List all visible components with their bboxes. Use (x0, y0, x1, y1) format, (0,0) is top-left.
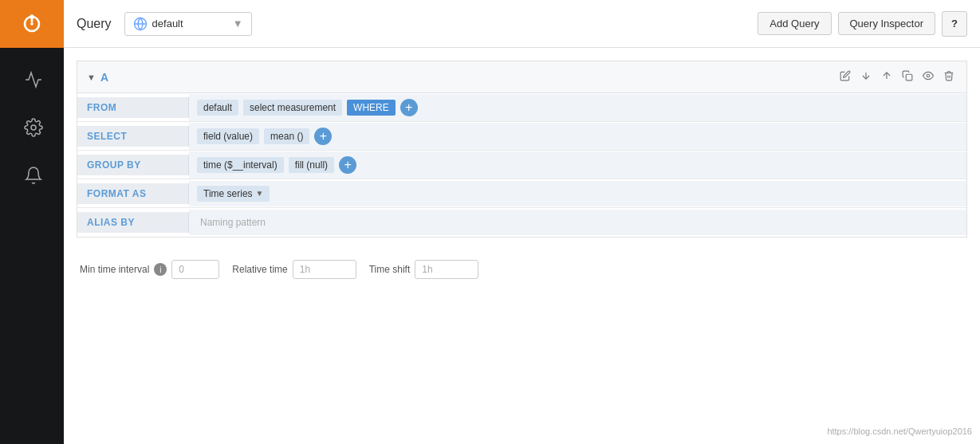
format-as-label: FORMAT AS (77, 183, 189, 204)
format-as-row: FORMAT AS Time series ▼ (77, 179, 966, 208)
format-as-value: Time series (203, 188, 253, 199)
eye-icon (923, 70, 934, 81)
field-value-tag[interactable]: field (value) (197, 128, 259, 144)
select-label: SELECT (77, 126, 189, 147)
sidebar (0, 0, 64, 444)
group-by-content: time ($__interval) fill (null) + (189, 151, 966, 179)
alias-by-label: ALIAS BY (77, 212, 189, 233)
query-content: ▼ A (64, 48, 980, 444)
main-content: Query default ▼ Add Query Query Inspecto… (64, 0, 980, 444)
collapse-arrow[interactable]: ▼ (87, 73, 96, 82)
time-shift-group: Time shift (369, 260, 479, 279)
sidebar-item-chart[interactable] (0, 56, 64, 104)
datasource-icon (133, 17, 148, 31)
from-content: default select measurement WHERE + (189, 94, 966, 121)
from-default-tag[interactable]: default (197, 100, 238, 116)
svg-rect-10 (906, 74, 912, 81)
move-down-button[interactable] (858, 68, 874, 86)
trash-icon (943, 70, 954, 81)
copy-icon (902, 70, 913, 81)
relative-time-group: Relative time (232, 260, 356, 279)
min-time-interval-label: Min time interval (80, 264, 149, 275)
format-as-select[interactable]: Time series ▼ (197, 186, 270, 202)
from-row: FROM default select measurement WHERE + (77, 93, 966, 122)
query-block-header: ▼ A (77, 61, 966, 93)
toggle-visibility-button[interactable] (920, 68, 936, 86)
svg-point-5 (31, 125, 36, 130)
add-select-button[interactable]: + (314, 128, 332, 145)
datasource-select[interactable]: default ▼ (124, 12, 252, 36)
select-content: field (value) mean () + (189, 123, 966, 150)
query-inspector-button[interactable]: Query Inspector (838, 12, 936, 35)
alert-icon (24, 166, 43, 185)
query-actions (837, 68, 957, 86)
svg-rect-3 (31, 17, 33, 22)
query-letter: A (100, 71, 108, 84)
move-up-button[interactable] (879, 68, 895, 86)
mean-tag[interactable]: mean () (264, 128, 309, 144)
group-by-row: GROUP BY time ($__interval) fill (null) … (77, 151, 966, 179)
select-row: SELECT field (value) mean () + (77, 122, 966, 151)
watermark: https://blog.csdn.net/Qwertyuiop2016 (827, 426, 972, 436)
alias-by-content (189, 210, 966, 235)
sidebar-item-alerts[interactable] (0, 151, 64, 199)
header: Query default ▼ Add Query Query Inspecto… (64, 0, 980, 48)
datasource-name: default (152, 18, 226, 29)
fill-null-tag[interactable]: fill (null) (289, 157, 334, 173)
sidebar-item-settings[interactable] (0, 104, 64, 151)
format-as-content: Time series ▼ (189, 181, 966, 206)
header-actions: Add Query Query Inspector ? (758, 11, 967, 37)
sidebar-logo[interactable] (0, 0, 64, 48)
arrow-up-icon (881, 70, 892, 81)
relative-time-input[interactable] (293, 260, 356, 279)
chart-icon (24, 70, 43, 89)
query-block-a: ▼ A (77, 61, 967, 238)
alias-by-input[interactable] (197, 214, 958, 230)
add-group-by-button[interactable]: + (339, 156, 356, 174)
edit-icon (840, 70, 851, 81)
add-where-button[interactable]: + (400, 99, 418, 116)
from-measurement-tag[interactable]: select measurement (243, 100, 342, 116)
format-as-arrow: ▼ (256, 189, 264, 198)
time-shift-input[interactable] (415, 260, 478, 279)
delete-query-button[interactable] (941, 68, 957, 86)
help-button[interactable]: ? (942, 11, 967, 37)
edit-query-button[interactable] (837, 68, 853, 86)
page-title: Query (77, 17, 112, 31)
grafana-logo-icon (18, 10, 46, 38)
svg-point-4 (30, 22, 33, 26)
time-interval-tag[interactable]: time ($__interval) (197, 157, 284, 173)
alias-by-row: ALIAS BY (77, 208, 966, 237)
from-label: FROM (77, 97, 189, 118)
settings-icon (24, 118, 43, 137)
datasource-dropdown-arrow: ▼ (233, 18, 243, 29)
min-time-interval-group: Min time interval i (80, 260, 219, 279)
add-query-button[interactable]: Add Query (758, 12, 831, 35)
copy-query-button[interactable] (899, 68, 915, 86)
arrow-down-icon (860, 70, 872, 81)
relative-time-label: Relative time (232, 264, 287, 275)
min-time-interval-input[interactable] (171, 260, 219, 279)
time-shift-label: Time shift (369, 264, 411, 275)
svg-point-11 (927, 74, 930, 77)
group-by-label: GROUP BY (77, 155, 189, 175)
where-tag[interactable]: WHERE (347, 100, 396, 116)
bottom-options: Min time interval i Relative time Time s… (77, 250, 967, 289)
min-time-interval-info[interactable]: i (154, 263, 167, 276)
